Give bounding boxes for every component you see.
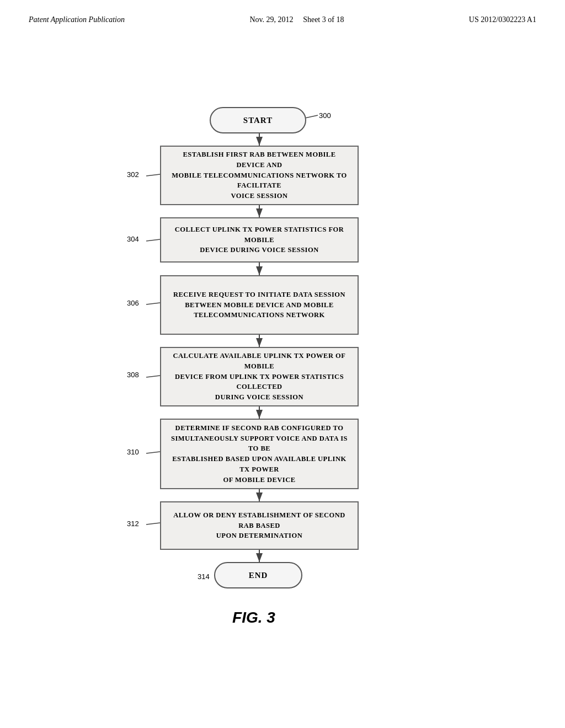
step-310-box: DETERMINE IF SECOND RAB CONFIGURED TOSIM… xyxy=(160,419,359,489)
date-sheet: Nov. 29, 2012 Sheet 3 of 18 xyxy=(249,15,344,24)
ref-314: 314 xyxy=(198,572,210,581)
end-shape: END xyxy=(214,562,302,588)
step-306-box: RECEIVE REQUEST TO INITIATE DATA SESSION… xyxy=(160,275,359,335)
ref-306: 306 xyxy=(127,299,139,307)
svg-line-9 xyxy=(146,174,160,176)
step-304-box: COLLECT UPLINK TX POWER STATISTICS FOR M… xyxy=(160,217,359,263)
svg-line-11 xyxy=(146,303,160,304)
svg-line-12 xyxy=(146,376,160,377)
page-header: Patent Application Publication Nov. 29, … xyxy=(0,0,565,30)
ref-300: 300 xyxy=(319,111,331,120)
svg-line-13 xyxy=(146,452,160,453)
ref-310: 310 xyxy=(127,448,139,456)
patent-number: US 2012/0302223 A1 xyxy=(469,15,536,24)
ref-308: 308 xyxy=(127,371,139,379)
ref-302: 302 xyxy=(127,170,139,179)
flowchart-diagram: START 300 302 ESTABLISH FIRST RAB BETWEE… xyxy=(0,30,565,708)
figure-caption: FIG. 3 xyxy=(199,609,309,627)
ref-304: 304 xyxy=(127,235,139,243)
publication-label: Patent Application Publication xyxy=(29,15,125,24)
ref-312: 312 xyxy=(127,520,139,528)
start-shape: START xyxy=(210,107,306,133)
step-302-box: ESTABLISH FIRST RAB BETWEEN MOBILE DEVIC… xyxy=(160,146,359,205)
svg-line-10 xyxy=(146,239,160,241)
svg-line-14 xyxy=(146,523,160,524)
step-308-box: CALCULATE AVAILABLE UPLINK TX POWER OF M… xyxy=(160,347,359,406)
step-312-box: ALLOW OR DENY ESTABLISHMENT OF SECOND RA… xyxy=(160,501,359,550)
